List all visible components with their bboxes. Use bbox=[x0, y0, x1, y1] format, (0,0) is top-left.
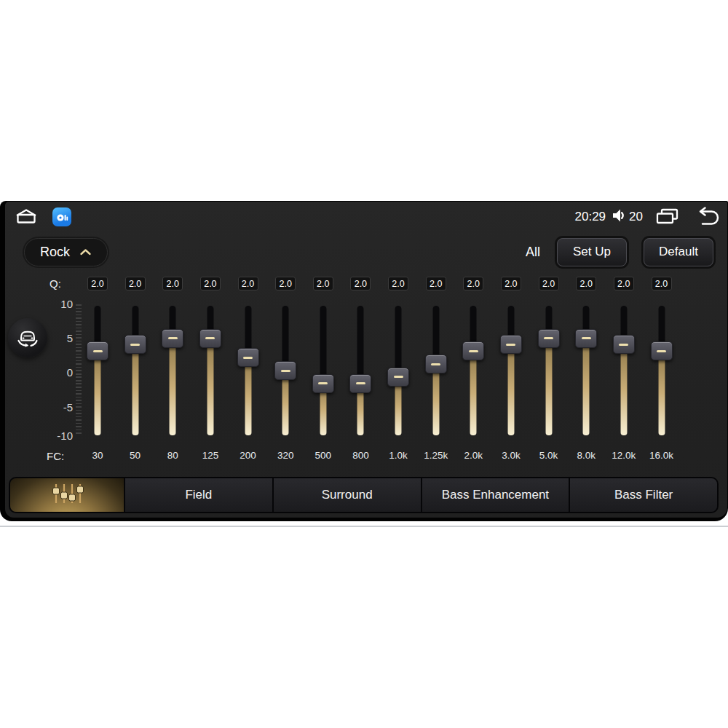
gain-axis-label: 0 bbox=[67, 367, 73, 379]
eq-band-5.0k: 2.05.0k bbox=[533, 274, 565, 465]
gain-slider-1.0k[interactable] bbox=[387, 306, 409, 435]
slider-handle-50[interactable] bbox=[124, 335, 146, 354]
slider-fill bbox=[620, 344, 627, 435]
gain-slider-2.0k[interactable] bbox=[462, 306, 484, 435]
tab-surround[interactable]: Surround bbox=[272, 478, 421, 512]
default-button[interactable]: Default bbox=[644, 238, 713, 266]
gain-slider-16.0k[interactable] bbox=[651, 306, 673, 435]
q-value-2.0k[interactable]: 2.0 bbox=[463, 277, 483, 290]
clock: 20:29 bbox=[575, 210, 606, 224]
tab-label: Bass Enhancement bbox=[442, 488, 549, 502]
q-value-125[interactable]: 2.0 bbox=[200, 277, 221, 290]
slider-handle-125[interactable] bbox=[199, 329, 221, 348]
gain-slider-200[interactable] bbox=[237, 306, 259, 435]
slider-handle-1.0k[interactable] bbox=[387, 368, 409, 387]
slider-handle-320[interactable] bbox=[274, 361, 296, 380]
q-value-50[interactable]: 2.0 bbox=[125, 277, 146, 290]
slider-handle-5.0k[interactable] bbox=[538, 329, 560, 348]
gain-slider-500[interactable] bbox=[312, 306, 334, 435]
gain-slider-30[interactable] bbox=[87, 306, 108, 435]
eq-band-16.0k: 2.016.0k bbox=[646, 274, 678, 465]
all-toggle[interactable]: All bbox=[526, 245, 540, 260]
eq-header: Rock All Set Up Default bbox=[24, 237, 713, 266]
freq-label-30: 30 bbox=[92, 450, 103, 461]
q-value-320[interactable]: 2.0 bbox=[275, 277, 296, 290]
gain-slider-12.0k[interactable] bbox=[613, 306, 635, 435]
q-value-1.25k[interactable]: 2.0 bbox=[426, 277, 446, 290]
freq-label-800: 800 bbox=[352, 450, 369, 461]
freq-label-80: 80 bbox=[167, 450, 178, 461]
slider-handle-500[interactable] bbox=[312, 374, 334, 393]
freq-label-1.25k: 1.25k bbox=[424, 450, 448, 461]
home-button[interactable] bbox=[12, 207, 40, 228]
eq-band-12.0k: 2.012.0k bbox=[608, 274, 640, 465]
q-value-3.0k[interactable]: 2.0 bbox=[501, 277, 521, 290]
gain-slider-320[interactable] bbox=[274, 306, 296, 435]
q-value-5.0k[interactable]: 2.0 bbox=[539, 277, 559, 290]
slider-handle-12.0k[interactable] bbox=[613, 335, 635, 354]
gain-slider-125[interactable] bbox=[199, 306, 221, 435]
slider-handle-1.25k[interactable] bbox=[425, 355, 447, 373]
eq-sliders-icon bbox=[49, 482, 85, 509]
slider-handle-3.0k[interactable] bbox=[500, 335, 522, 354]
gain-slider-80[interactable] bbox=[162, 306, 183, 435]
q-value-500[interactable]: 2.0 bbox=[313, 277, 333, 290]
q-value-8.0k[interactable]: 2.0 bbox=[576, 277, 596, 290]
slider-fill bbox=[507, 344, 514, 435]
tab-field[interactable]: Field bbox=[124, 478, 272, 512]
q-value-30[interactable]: 2.0 bbox=[87, 277, 108, 290]
music-app-icon bbox=[52, 207, 71, 226]
slider-handle-8.0k[interactable] bbox=[575, 329, 597, 348]
recent-apps-button[interactable] bbox=[654, 207, 681, 228]
music-app-button[interactable] bbox=[52, 207, 71, 226]
q-value-800[interactable]: 2.0 bbox=[350, 277, 371, 290]
freq-label-1.0k: 1.0k bbox=[389, 450, 408, 461]
slider-fill bbox=[583, 339, 590, 436]
tab-equalizer[interactable] bbox=[10, 478, 124, 512]
slider-fill bbox=[170, 339, 176, 436]
q-value-16.0k[interactable]: 2.0 bbox=[652, 277, 672, 290]
eq-band-50: 2.050 bbox=[119, 274, 151, 465]
gain-slider-3.0k[interactable] bbox=[500, 306, 522, 435]
slider-fill bbox=[95, 351, 101, 435]
gain-slider-5.0k[interactable] bbox=[538, 306, 560, 435]
slider-handle-200[interactable] bbox=[237, 348, 259, 367]
tab-bass-filter[interactable]: Bass Filter bbox=[569, 478, 717, 512]
set-up-button[interactable]: Set Up bbox=[557, 238, 627, 266]
gain-slider-50[interactable] bbox=[124, 306, 146, 435]
slider-fill bbox=[282, 371, 289, 435]
eq-band-200: 2.0200 bbox=[232, 274, 264, 465]
eq-band-1.0k: 2.01.0k bbox=[382, 274, 414, 465]
tab-bass-enhancement[interactable]: Bass Enhancement bbox=[421, 478, 569, 512]
q-value-80[interactable]: 2.0 bbox=[162, 277, 183, 290]
slider-fill bbox=[658, 351, 665, 435]
gain-slider-8.0k[interactable] bbox=[575, 306, 597, 435]
car-sound-field-icon bbox=[12, 322, 43, 355]
gain-axis-ticks bbox=[76, 304, 82, 436]
slider-handle-80[interactable] bbox=[162, 329, 183, 348]
slider-fill bbox=[432, 364, 439, 435]
slider-handle-30[interactable] bbox=[87, 341, 108, 360]
q-value-1.0k[interactable]: 2.0 bbox=[388, 277, 408, 290]
slider-handle-800[interactable] bbox=[349, 374, 371, 393]
home-icon bbox=[12, 207, 40, 228]
preset-dropdown[interactable]: Rock bbox=[24, 238, 108, 266]
slider-handle-16.0k[interactable] bbox=[651, 341, 673, 360]
page-canvas: 20:29 20 bbox=[0, 0, 728, 728]
volume-level: 20 bbox=[629, 210, 643, 224]
q-row-label: Q: bbox=[50, 277, 61, 290]
q-value-12.0k[interactable]: 2.0 bbox=[614, 277, 634, 290]
slider-handle-2.0k[interactable] bbox=[462, 341, 484, 360]
car-sound-field-button[interactable] bbox=[8, 318, 47, 357]
freq-label-50: 50 bbox=[130, 450, 141, 461]
freq-label-12.0k: 12.0k bbox=[612, 450, 636, 461]
freq-label-320: 320 bbox=[277, 450, 294, 461]
bottom-tab-bar: Field Surround Bass Enhancement Bass Fil… bbox=[9, 477, 719, 513]
back-button[interactable] bbox=[692, 206, 720, 229]
gain-slider-800[interactable] bbox=[349, 306, 371, 435]
q-value-200[interactable]: 2.0 bbox=[238, 277, 258, 290]
eq-band-500: 2.0500 bbox=[307, 274, 339, 465]
status-bar: 20:29 20 bbox=[12, 205, 720, 229]
gain-slider-1.25k[interactable] bbox=[425, 306, 447, 435]
freq-label-8.0k: 8.0k bbox=[577, 450, 596, 461]
